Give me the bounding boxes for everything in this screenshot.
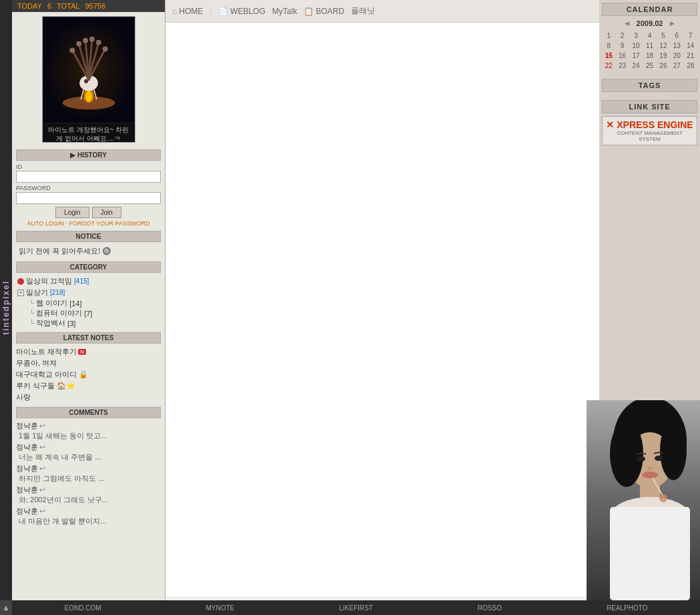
- auto-login-link[interactable]: AUTO LOGIN: [27, 220, 64, 227]
- main-wrapper: TODAY 6 TOTAL 95756: [12, 0, 700, 615]
- sidebar: TODAY 6 TOTAL 95756: [12, 0, 165, 600]
- cal-day[interactable]: 23: [615, 61, 629, 71]
- note-text: 무좀아, 꺼져: [16, 358, 57, 368]
- svg-point-11: [69, 47, 75, 53]
- comments-section: COMMENTS 정낙훈 ↩ 1월 1일 새해는 동이 텃고... 정낙훈 ↩ …: [12, 406, 165, 530]
- calendar-nav: ◄ 2009.02 ►: [602, 19, 697, 28]
- cal-day[interactable]: 11: [643, 41, 656, 51]
- forgot-password-link[interactable]: FORGOT YOUR PASSWORD: [69, 220, 149, 227]
- note-text: 대구대학교 아이디 🔒: [16, 370, 88, 380]
- svg-point-26: [660, 420, 687, 480]
- cal-day[interactable]: 9: [615, 41, 629, 51]
- home-nav[interactable]: ⌂ HOME: [172, 7, 203, 16]
- left-bar: tintedpixel: [0, 0, 12, 615]
- linksite-title: LINK SITE: [602, 100, 697, 113]
- new-badge: N: [78, 349, 86, 355]
- total-value: 95756: [85, 2, 105, 10]
- id-input[interactable]: [16, 171, 161, 183]
- comment-user[interactable]: 정낙훈 ↩: [16, 506, 161, 516]
- cal-day[interactable]: 16: [615, 51, 629, 61]
- board-nav[interactable]: 📋 BOARD: [304, 7, 344, 16]
- board-icon: 📋: [304, 7, 314, 16]
- comment-reply-icon: ↩: [39, 486, 45, 494]
- note-item[interactable]: 대구대학교 아이디 🔒: [16, 369, 161, 380]
- cal-day[interactable]: 24: [629, 61, 643, 71]
- footer-link-realphoto[interactable]: REALPHOTO: [607, 604, 648, 612]
- xpress-banner[interactable]: ✕ XPRESS ENGINE CONTENT MANAGEMENT SYSTE…: [602, 116, 697, 145]
- cal-day[interactable]: 7: [684, 31, 697, 41]
- cal-day[interactable]: 27: [670, 61, 683, 71]
- svg-point-16: [102, 47, 107, 52]
- comment-user[interactable]: 정낙훈 ↩: [16, 464, 161, 474]
- xpress-subtitle: CONTENT MANAGEMENT SYSTEM: [605, 130, 694, 142]
- cal-day[interactable]: 26: [657, 61, 670, 71]
- planet-nav[interactable]: 플래닛: [351, 5, 375, 17]
- comment-text: 너는 왜 계속 내 주변을 ...: [16, 452, 161, 464]
- comment-text: 1월 1일 새해는 동이 텃고...: [16, 431, 161, 442]
- weblog-nav[interactable]: 📄 WEBLOG: [218, 7, 266, 16]
- mytalk-nav[interactable]: MyTalk: [272, 7, 297, 16]
- cal-day[interactable]: 4: [643, 31, 656, 41]
- footer-link-rosso[interactable]: ROSSO: [478, 604, 502, 612]
- cal-day[interactable]: 19: [657, 51, 670, 61]
- cal-day[interactable]: 2: [615, 31, 629, 41]
- cal-day[interactable]: 10: [629, 41, 643, 51]
- cal-day[interactable]: 6: [670, 31, 683, 41]
- expand-icon[interactable]: +: [17, 289, 24, 296]
- category-item[interactable]: 일상의 끄적임 [415]: [16, 275, 161, 287]
- latestnotes-section: LATEST NOTES 마이노트 재작후기 N 무좀아, 꺼져 대구대학교 아…: [12, 331, 165, 406]
- latestnotes-label: LATEST NOTES: [16, 332, 161, 344]
- svg-point-14: [89, 37, 94, 42]
- svg-point-15: [95, 40, 101, 45]
- subcategory-item[interactable]: └ 작업백서 [3]: [16, 318, 161, 328]
- cal-day[interactable]: 3: [629, 31, 643, 41]
- comment-user[interactable]: 정낙훈 ↩: [16, 485, 161, 495]
- cal-day[interactable]: 25: [643, 61, 656, 71]
- footer-link-likefirst[interactable]: LIKEFIRST: [339, 604, 373, 612]
- cal-day[interactable]: 22: [602, 61, 615, 71]
- comment-reply-icon: ↩: [39, 507, 45, 516]
- xpress-logo: ✕ XPRESS ENGINE: [605, 119, 694, 130]
- subcategory-item[interactable]: └ 웹 이야기 [14]: [16, 298, 161, 308]
- note-item[interactable]: 사랑: [16, 392, 161, 403]
- cal-day[interactable]: 18: [643, 51, 656, 61]
- note-item[interactable]: 마이노트 재작후기 N: [16, 346, 161, 358]
- comment-user[interactable]: 정낙훈 ↩: [16, 442, 161, 452]
- cal-day[interactable]: 20: [670, 51, 683, 61]
- comment-block: 정낙훈 ↩ 내 마음만 개 발랄 뿐이지...: [16, 506, 161, 528]
- note-item[interactable]: 루키 식구들 🏠⭐: [16, 380, 161, 392]
- notice-label: NOTICE: [16, 231, 161, 242]
- cal-day[interactable]: 8: [602, 41, 615, 51]
- cal-day[interactable]: 17: [629, 51, 643, 61]
- footer-link-eond[interactable]: EOND.COM: [65, 604, 101, 612]
- cal-day[interactable]: 21: [684, 51, 697, 61]
- id-label: ID: [16, 163, 161, 170]
- join-button[interactable]: Join: [92, 207, 121, 218]
- cat-name: 일상의 끄적임: [26, 276, 72, 286]
- cal-day[interactable]: 12: [657, 41, 670, 51]
- total-label: TOTAL: [57, 2, 79, 10]
- footer-link-mynote[interactable]: MYNOTE: [206, 604, 235, 612]
- subcategory-item[interactable]: └ 컴퓨터 이야기 [7]: [16, 308, 161, 318]
- password-input[interactable]: [16, 192, 161, 204]
- notice-section: NOTICE 읽기 전에 꼭 읽어주세요! 🔘: [12, 229, 165, 260]
- scroll-up-button[interactable]: ▲: [0, 600, 12, 615]
- comment-user[interactable]: 정낙훈 ↩: [16, 421, 161, 431]
- cal-day[interactable]: 1: [602, 31, 615, 41]
- category-item[interactable]: + 일상기 [218]: [16, 287, 161, 298]
- cal-day[interactable]: 13: [670, 41, 683, 51]
- svg-point-13: [83, 38, 88, 43]
- comment-block: 정낙훈 ↩ 하지만 그럼에도 아직도 ...: [16, 464, 161, 485]
- cal-day[interactable]: 14: [684, 41, 697, 51]
- cal-day[interactable]: 5: [657, 31, 670, 41]
- login-button[interactable]: Login: [55, 207, 89, 218]
- comment-reply-icon: ↩: [39, 422, 45, 430]
- note-item[interactable]: 무좀아, 꺼져: [16, 358, 161, 369]
- login-buttons: Login Join: [16, 207, 161, 218]
- blog-image: [43, 17, 135, 123]
- calendar-next[interactable]: ►: [668, 19, 676, 28]
- svg-point-34: [642, 472, 658, 478]
- cal-day-today[interactable]: 15: [602, 51, 615, 61]
- cal-day[interactable]: 28: [684, 61, 697, 71]
- calendar-prev[interactable]: ◄: [623, 19, 631, 28]
